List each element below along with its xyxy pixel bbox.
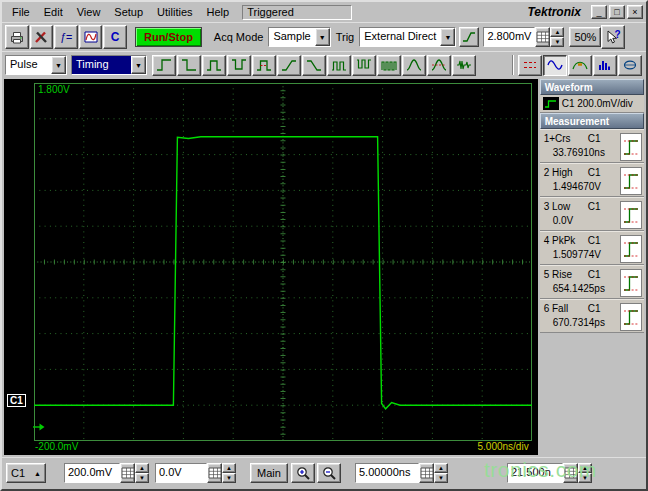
measurement-row[interactable]: 6 Fall C1 670.7314ps [540, 299, 644, 333]
chevron-down-icon[interactable]: ▼ [440, 28, 455, 46]
fall-edge-button[interactable] [177, 55, 201, 76]
measurement-row[interactable]: 1+Crs C1 33.76910ns [540, 129, 644, 163]
rise-ramp-button[interactable] [277, 55, 301, 76]
graticule [34, 83, 532, 441]
keypad-button[interactable] [535, 27, 550, 47]
scope-display: 1.800V C1 -200.0mV 5.000ns/div [4, 79, 538, 455]
pulse-train-button[interactable] [377, 55, 401, 76]
channel-select[interactable]: C1 ▲ [6, 463, 46, 483]
print-button[interactable] [5, 25, 29, 49]
menu-setup[interactable]: Setup [107, 4, 150, 20]
measurement-row[interactable]: 3 Low C1 0.0V [540, 197, 644, 231]
decrement-button[interactable]: ▼ [135, 473, 149, 483]
waveform-database-icon [83, 30, 99, 44]
measurement-source: C1 [588, 269, 601, 280]
measurement-panel-header: Measurement [540, 113, 644, 129]
waveform-database-button[interactable] [79, 25, 103, 49]
menu-edit[interactable]: Edit [37, 4, 70, 20]
main-timebase-button[interactable]: Main [250, 463, 288, 483]
minimize-button[interactable]: _ [591, 5, 607, 19]
fall-ramp-button[interactable] [302, 55, 326, 76]
close-button[interactable]: × [627, 5, 643, 19]
keypad-button[interactable] [207, 463, 222, 483]
waveform-entry-text: C1 200.0mV/div [562, 98, 633, 109]
gaussian-marks-button[interactable] [427, 55, 451, 76]
pos-pulse-pair-button[interactable] [327, 55, 351, 76]
vertical-scale-spinner: 200.0mV ▲ ▼ [64, 463, 149, 483]
measurement-value: 0.0V [553, 215, 574, 226]
waveform-swatch-icon [543, 97, 559, 110]
tools-button[interactable] [30, 25, 54, 49]
maximize-button[interactable]: □ [609, 5, 625, 19]
help-pointer-button[interactable]: ? [601, 25, 625, 49]
set-50-percent-button[interactable]: 50% [569, 27, 601, 47]
eye-diagram-button[interactable] [618, 55, 642, 76]
display-icon-group [518, 55, 643, 76]
menu-utilities[interactable]: Utilities [150, 4, 199, 20]
measurement-row[interactable]: 5 Rise C1 654.1425ps [540, 265, 644, 299]
chevron-down-icon[interactable]: ▼ [51, 56, 66, 74]
view-mode-select[interactable]: Timing ▼ [71, 55, 147, 75]
menu-help[interactable]: Help [200, 4, 237, 20]
channel-marker[interactable]: C1 [7, 394, 26, 407]
acq-mode-value: Sample [269, 28, 314, 46]
vertical-offset-value[interactable]: 0.0V [155, 463, 207, 483]
rise-edge-button[interactable] [152, 55, 176, 76]
pulse-width-button[interactable] [252, 55, 276, 76]
zoom-in-button[interactable] [291, 463, 315, 483]
readout-sidebar: Waveform C1 200.0mV/div Measurement 1+Cr… [540, 79, 644, 455]
chevron-down-icon[interactable]: ▼ [131, 56, 146, 74]
decrement-button[interactable]: ▼ [222, 473, 236, 483]
menu-file[interactable]: File [5, 4, 37, 20]
dashed-cursors-button[interactable] [518, 55, 542, 76]
waveform-view-button[interactable] [543, 55, 567, 76]
svg-text:C: C [111, 30, 120, 44]
increment-button[interactable]: ▲ [434, 463, 448, 473]
horizontal-scale-spinner: 5.00000ns ▲ ▼ [355, 463, 448, 483]
printer-icon [9, 30, 25, 44]
horizontal-position-value[interactable]: 21.500n [507, 463, 563, 483]
increment-button[interactable]: ▲ [550, 27, 564, 37]
increment-button[interactable]: ▲ [222, 463, 236, 473]
trigger-level-value[interactable]: 2.800mV [483, 27, 535, 47]
trigger-slope-button[interactable] [459, 27, 479, 47]
waveform-entry-row[interactable]: C1 200.0mV/div [540, 95, 644, 113]
trigger-marker-icon[interactable] [32, 422, 46, 432]
measurement-row[interactable]: 2 High C1 1.494670V [540, 163, 644, 197]
sidebar-filler [540, 333, 644, 455]
neg-pulse-pair-button[interactable] [352, 55, 376, 76]
histogram-button[interactable] [593, 55, 617, 76]
decrement-button[interactable]: ▼ [550, 37, 564, 47]
increment-button[interactable]: ▲ [578, 463, 592, 473]
menu-view[interactable]: View [70, 4, 108, 20]
keypad-button[interactable] [120, 463, 135, 483]
trigger-source-value: External Direct [360, 28, 440, 46]
zoom-out-button[interactable] [317, 463, 341, 483]
neg-pulse-button[interactable] [227, 55, 251, 76]
measurement-row[interactable]: 4 PkPk C1 1.509774V [540, 231, 644, 265]
vertical-scale-value[interactable]: 200.0mV [64, 463, 120, 483]
math-button[interactable]: ƒ= [54, 25, 78, 49]
pos-pulse-button[interactable] [202, 55, 226, 76]
trigger-source-select[interactable]: External Direct ▼ [359, 27, 456, 47]
keypad-button[interactable] [419, 463, 434, 483]
clear-data-button[interactable]: C [103, 25, 127, 49]
clear-data-icon: C [107, 30, 123, 44]
horizontal-scale-value[interactable]: 5.00000ns [355, 463, 419, 483]
decrement-button[interactable]: ▼ [434, 473, 448, 483]
measurement-annotation-icon [620, 269, 642, 297]
signal-type-select[interactable]: Pulse ▼ [5, 55, 67, 75]
measurement-label: 2 High [544, 167, 573, 178]
increment-button[interactable]: ▲ [135, 463, 149, 473]
run-stop-button[interactable]: Run/Stop [135, 27, 202, 47]
measurement-label: 6 Fall [544, 303, 568, 314]
mask-test-button[interactable] [568, 55, 592, 76]
keypad-button[interactable] [563, 463, 578, 483]
channel-select-value: C1 [11, 467, 25, 479]
acq-mode-select[interactable]: Sample ▼ [268, 27, 330, 47]
burst-button[interactable] [452, 55, 476, 76]
gaussian-button[interactable] [402, 55, 426, 76]
chevron-down-icon[interactable]: ▼ [315, 28, 330, 46]
decrement-button[interactable]: ▼ [578, 473, 592, 483]
measurement-value: 33.76910ns [553, 147, 605, 158]
